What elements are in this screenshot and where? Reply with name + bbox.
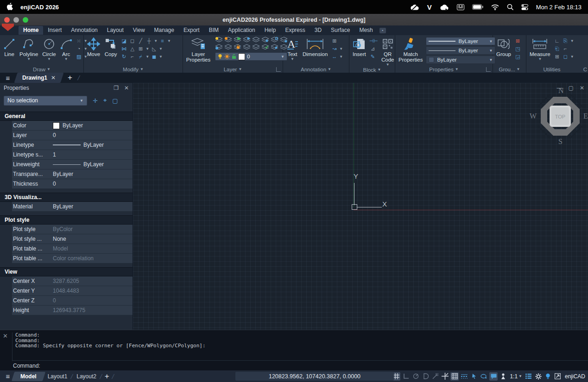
palette-close-icon[interactable]: ✕ [124, 85, 129, 91]
tab-application[interactable]: Application [223, 26, 260, 35]
linear-dim-icon[interactable]: ↔ [331, 53, 338, 60]
section-view-title[interactable]: View [0, 267, 133, 276]
array-icon[interactable]: ┼ [145, 38, 152, 44]
tab-manage[interactable]: Manage [150, 26, 179, 35]
prop-row-transparency[interactable]: Transpare... ByLayer [12, 169, 133, 179]
section-3d-title[interactable]: 3D Visualiza... [0, 193, 133, 202]
block-group-label[interactable]: Block▼ [349, 67, 395, 73]
leader-caret-icon[interactable]: ▼ [339, 47, 343, 51]
apple-menu-icon[interactable] [6, 3, 13, 12]
block-attribute-icon[interactable]: ✎ [369, 53, 376, 60]
layout2-tab[interactable]: Layout2 [73, 373, 100, 380]
polyline-button[interactable]: Polyline ▼ [19, 37, 39, 62]
block-edit-icon[interactable]: ⊿ [369, 45, 376, 52]
scale-icon[interactable]: △ [129, 45, 136, 52]
quick-select-panel-icon[interactable]: ▢ [112, 97, 118, 104]
utilities-group-label[interactable]: Utilities [526, 66, 577, 73]
count-table-icon[interactable]: ⊞ [554, 53, 561, 60]
new-layout-button[interactable]: + [102, 372, 112, 381]
close-tab-icon[interactable]: ✕ [51, 75, 56, 81]
hardware-acceleration-bulb-icon[interactable] [544, 372, 552, 381]
properties-dialog-launcher-icon[interactable] [486, 67, 491, 72]
stretch-caret-icon[interactable]: ▼ [167, 39, 171, 43]
status-menu-icon[interactable]: ≡ [3, 372, 13, 380]
tab-insert[interactable]: Insert [43, 26, 66, 35]
circle-caret-icon[interactable]: ▼ [47, 57, 51, 61]
layer-off-icon[interactable] [215, 44, 223, 50]
region-caret-icon[interactable]: ▼ [159, 55, 163, 59]
layer-settings-icon[interactable] [271, 37, 278, 43]
trim-icon[interactable]: ◺ [151, 45, 158, 52]
selection-cycling-icon[interactable] [470, 372, 478, 381]
fillet-icon[interactable]: ◻ [129, 38, 136, 44]
match-properties-button[interactable]: Match Properties [398, 37, 424, 63]
modify-group-label[interactable]: Modify▼ [84, 66, 183, 73]
qr-code-button[interactable]: QR Code ▼ [380, 37, 395, 67]
coordinates-readout[interactable]: 120823.9562, 107420.3827, 0.0000 [235, 372, 394, 381]
layer-thaw-icon[interactable] [224, 44, 232, 50]
dimension-button[interactable]: Dimension [302, 37, 329, 57]
annotation-scale-control[interactable]: 1:1▼ [509, 373, 523, 380]
annotation-monitor-icon[interactable] [489, 372, 498, 381]
group-edit-icon[interactable]: ◳ [514, 45, 521, 52]
wifi-icon[interactable] [491, 4, 499, 10]
layer-select-dropdown[interactable]: 0 ▼ [215, 52, 287, 61]
v-menu-item[interactable]: V [427, 3, 432, 11]
new-tab-button[interactable]: + [65, 73, 75, 82]
settings-gear-icon[interactable] [534, 372, 543, 381]
quick-calc-icon[interactable]: ∟ [554, 38, 561, 44]
tab-export[interactable]: Export [179, 26, 204, 35]
polar-tracking-icon[interactable] [411, 372, 420, 381]
explode-icon[interactable]: ⌐ [129, 53, 136, 60]
tab-express[interactable]: Express [280, 26, 310, 35]
prop-row-plot-table-attached[interactable]: Plot table ... Model [12, 244, 133, 254]
layer-dialog-launcher-icon[interactable] [276, 67, 281, 72]
viewcube-south-label[interactable]: S [558, 138, 563, 146]
trim-caret-icon[interactable]: ▼ [159, 47, 163, 51]
layer-match-icon[interactable] [252, 37, 260, 43]
group-selection-icon[interactable]: ◲ [514, 53, 521, 60]
offset-icon[interactable]: ⊞ [137, 45, 144, 52]
id-point-icon[interactable]: ⎗ [554, 45, 561, 52]
menubar-clock[interactable]: Mon 2 Feb 18:13 [536, 4, 582, 11]
workspace-icon[interactable] [499, 372, 507, 381]
command-history[interactable]: Command: Command: Command: Specify oppos… [12, 332, 586, 361]
polyline-caret-icon[interactable]: ▼ [27, 57, 31, 61]
selection-filter-dropdown[interactable]: No selection ▼ [4, 96, 87, 106]
mdi-close-icon[interactable]: ✕ [580, 85, 584, 91]
copy-button[interactable]: Copy [103, 37, 118, 57]
hatch-icon[interactable]: ▨ [76, 53, 82, 60]
arc-caret-icon[interactable]: ▼ [64, 57, 68, 61]
leader-icon[interactable]: ↝ [331, 45, 338, 52]
prop-row-center-x[interactable]: Center X 3287.6205 [12, 276, 133, 286]
view-cube-ring[interactable]: TOP [537, 93, 583, 139]
quick-select-caret-icon[interactable]: ▼ [570, 55, 574, 59]
linear-dim-caret-icon[interactable]: ▼ [339, 55, 343, 59]
layer-previous-icon[interactable] [261, 37, 269, 43]
prop-row-plot-table-type[interactable]: Plot table ... Color correlation [12, 254, 133, 263]
circle-button[interactable]: Circle ▼ [41, 37, 57, 62]
cloud-menu-icon[interactable] [440, 4, 449, 10]
linetype-dropdown[interactable]: ByLayer ▼ [426, 37, 495, 45]
group-button[interactable]: Group [495, 37, 512, 57]
tab-help[interactable]: Help [260, 26, 281, 35]
measure-caret-icon[interactable]: ▼ [538, 57, 542, 61]
tab-3d[interactable]: 3D [310, 26, 326, 35]
prop-row-color[interactable]: Color ByLayer [12, 121, 133, 131]
section-plot-title[interactable]: Plot style [0, 215, 133, 225]
layer-freeze-icon[interactable] [224, 37, 232, 43]
ortho-mode-icon[interactable] [402, 372, 410, 381]
viewcube-east-label[interactable]: E [583, 112, 588, 120]
prop-row-center-z[interactable]: Center Z 0 [12, 296, 133, 306]
lengthen-caret-icon[interactable]: ▼ [145, 55, 149, 59]
mdi-minimize-icon[interactable]: — [557, 85, 563, 91]
tab-annotation[interactable]: Annotation [66, 26, 102, 35]
layer-on-icon[interactable] [215, 37, 223, 43]
point-style-icon[interactable]: ⁙ [76, 38, 82, 44]
prop-row-thickness[interactable]: Thickness 0 [12, 179, 133, 189]
select-objects-icon[interactable]: ⌖ [103, 97, 107, 104]
measure-button[interactable]: Measure ▼ [529, 37, 551, 62]
tab-bim[interactable]: BIM [204, 26, 223, 35]
hatch-pattern-toggle-icon[interactable] [450, 372, 459, 381]
region-icon[interactable]: ◼ [151, 53, 158, 60]
